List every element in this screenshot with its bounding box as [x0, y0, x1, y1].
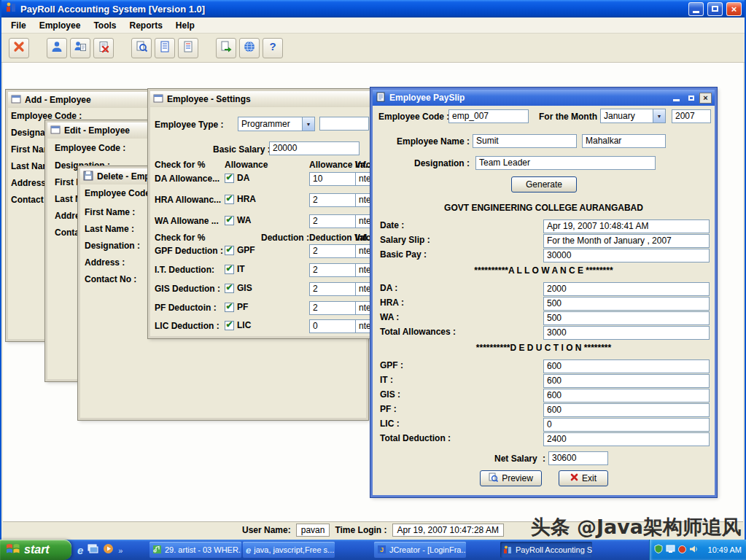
da-info-field[interactable]: nte — [355, 172, 370, 186]
screen: PayRoll Accounting System [Version 1.0] … — [0, 0, 746, 560]
media-player-icon[interactable] — [103, 543, 114, 557]
delete-designation-label: Designation : — [85, 241, 140, 251]
menu-reports[interactable]: Reports — [123, 18, 168, 33]
tray-display-icon[interactable] — [666, 543, 675, 556]
payslip-minimize-button[interactable] — [670, 93, 683, 104]
basic-salary-field[interactable]: 20000 — [269, 141, 360, 155]
employee-type-extra-field[interactable] — [319, 117, 369, 131]
gis-checkbox[interactable]: ✔ GIS — [225, 283, 252, 293]
gpf-field: 600 — [543, 359, 710, 373]
taskbar-item-artist[interactable]: 29. artist - 03 WHER... — [149, 542, 241, 558]
allowance-check-header: Check for % — [155, 160, 205, 170]
quick-launch-chevron-icon[interactable]: » — [118, 546, 123, 555]
wa-field: 500 — [543, 311, 710, 325]
gpf-label: GPF : — [380, 360, 403, 370]
app-titlebar[interactable]: PayRoll Accounting System [Version 1.0] … — [1, 0, 745, 18]
payslip-close-button[interactable]: × — [699, 93, 712, 104]
preview-icon — [489, 472, 498, 484]
lic-checkbox[interactable]: ✔ LIC — [225, 320, 251, 330]
clock[interactable]: 10:49 AM — [708, 545, 742, 554]
gis-info-field[interactable]: nter — [355, 282, 370, 296]
it-info-field[interactable]: nter — [355, 263, 370, 277]
menu-employee[interactable]: Employee — [33, 18, 88, 33]
wa-value-field[interactable]: 2 — [309, 214, 357, 228]
menu-help[interactable]: Help — [169, 18, 201, 33]
menu-tools[interactable]: Tools — [87, 18, 123, 33]
hra-checkbox[interactable]: ✔ HRA — [225, 194, 256, 204]
internet-explorer-icon[interactable]: e — [77, 545, 83, 556]
start-button[interactable]: start — [0, 540, 71, 560]
gpf-checkbox[interactable]: ✔ GPF — [225, 245, 255, 255]
close-button[interactable]: × — [726, 2, 742, 16]
toolbar-group-exit — [9, 38, 29, 58]
toolbar-export-button[interactable] — [216, 38, 236, 58]
system-tray: 10:49 AM — [649, 540, 746, 560]
chevron-down-icon[interactable]: ▼ — [302, 117, 314, 131]
employee-settings-titlebar[interactable]: Employee - Settings — [150, 91, 370, 107]
tray-status-icon[interactable] — [678, 543, 686, 556]
hra-value-field[interactable]: 2 — [309, 193, 357, 207]
tray-shield-icon[interactable] — [654, 543, 663, 556]
gpf-value-field[interactable]: 2 — [309, 244, 357, 258]
tray-volume-icon[interactable] — [689, 543, 698, 556]
pf-value-field[interactable]: 2 — [309, 301, 357, 315]
toolbar-payslip-button[interactable] — [155, 38, 175, 58]
minimize-button[interactable] — [688, 2, 704, 16]
preview-button[interactable]: Preview — [480, 470, 542, 486]
total-deduction-label: Total Deduction : — [380, 433, 451, 443]
delete-contact-no-label: Contact No : — [85, 274, 136, 284]
taskbar-item-jcreator[interactable]: J JCreator - [LoginFra... — [374, 542, 466, 558]
it-checkbox[interactable]: ✔ IT — [225, 264, 245, 274]
maximize-button[interactable] — [707, 2, 723, 16]
payslip-first-name-field[interactable]: Sumit — [473, 134, 577, 148]
toolbar-help-button[interactable]: ? — [263, 38, 283, 58]
exit-button[interactable]: Exit — [559, 470, 608, 486]
export-icon — [219, 40, 233, 55]
gpf-info-field[interactable]: nter — [355, 244, 370, 258]
payslip-employee-code-field[interactable]: emp_007 — [448, 109, 529, 123]
wa-checkbox[interactable]: ✔ WA — [225, 215, 251, 225]
toolbar-edit-employee-button[interactable] — [70, 38, 90, 58]
toolbar-delete-employee-button[interactable] — [93, 38, 114, 58]
gis-field: 600 — [543, 389, 710, 402]
find-employee-icon — [135, 40, 148, 55]
generate-button[interactable]: Generate — [511, 176, 577, 192]
lic-info-field[interactable]: nter — [355, 319, 370, 333]
payslip-last-name-field[interactable]: Mahalkar — [582, 134, 666, 148]
wa-info-field[interactable]: nte — [355, 214, 370, 228]
chevron-down-icon[interactable]: ▼ — [653, 109, 665, 122]
toolbar-report-button[interactable] — [178, 38, 198, 58]
gis-value-field[interactable]: 2 — [309, 282, 357, 296]
it-value-field[interactable]: 2 — [309, 263, 357, 277]
payslip-designation-field[interactable]: Team Leader — [475, 156, 656, 170]
pf-info-field[interactable]: nter — [355, 301, 370, 315]
pf-checkbox[interactable]: ✔ PF — [225, 302, 248, 312]
payslip-year-field[interactable]: 2007 — [672, 109, 711, 123]
taskbar-item-payroll[interactable]: PayRoll Accounting S... — [500, 542, 592, 558]
toolbar-web-button[interactable] — [239, 38, 260, 58]
taskbar-item-browser[interactable]: e java, javscript,Free s... — [243, 542, 335, 558]
checkbox-icon: ✔ — [225, 303, 234, 312]
da-checkbox[interactable]: ✔ DA — [225, 173, 249, 183]
toolbar-find-employee-button[interactable] — [131, 38, 152, 58]
hra-info-field[interactable]: nte — [355, 193, 370, 207]
employee-type-combo[interactable]: Programmer ▼ — [238, 117, 315, 131]
menu-file[interactable]: File — [4, 18, 33, 33]
add-employee-titlebar[interactable]: Add - Employee — [8, 92, 147, 108]
jcreator-icon: J — [377, 545, 386, 556]
employee-payslip-titlebar[interactable]: Employee PaySlip × — [373, 90, 715, 106]
toolbar-add-employee-button[interactable] — [47, 38, 67, 58]
lic-value-field[interactable]: 0 — [309, 319, 357, 333]
payslip-month-combo[interactable]: January ▼ — [600, 109, 666, 123]
toolbar-exit-button[interactable] — [9, 38, 29, 58]
da-value-field[interactable]: 10 — [309, 172, 357, 186]
checkbox-icon: ✔ — [225, 216, 234, 225]
show-desktop-icon[interactable] — [88, 543, 98, 557]
delete-first-name-label: First Name : — [85, 207, 135, 217]
start-button-label: start — [24, 543, 50, 556]
payslip-maximize-button[interactable] — [685, 93, 697, 104]
employee-payslip-body: Employee Code : emp_007 For the Month : … — [373, 106, 715, 495]
gis-checkbox-label: GIS — [237, 283, 252, 293]
employee-settings-title: Employee - Settings — [167, 94, 251, 104]
pf-field: 600 — [543, 403, 710, 417]
